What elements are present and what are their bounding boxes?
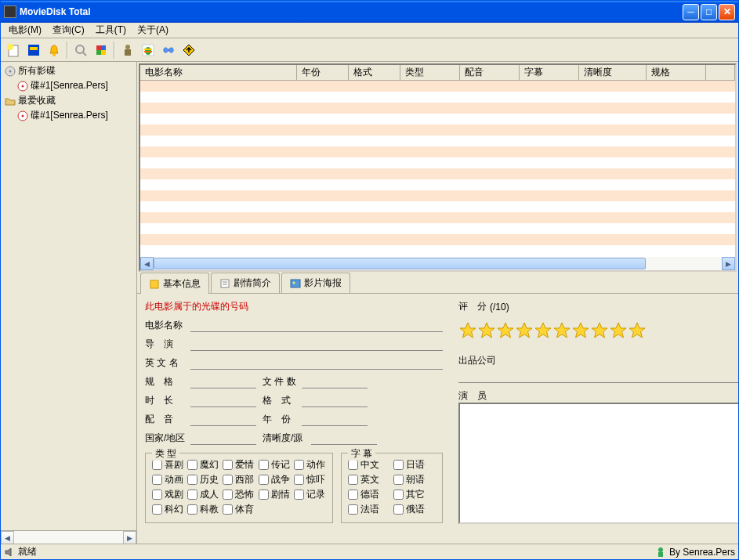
scroll-right-icon[interactable]: ▶ <box>123 531 136 544</box>
table-row[interactable] <box>140 146 735 157</box>
genre-check-input[interactable] <box>152 460 162 470</box>
subtitle-check-input[interactable] <box>348 460 358 470</box>
genre-check-input[interactable] <box>152 490 162 500</box>
menu-movie[interactable]: 电影(M) <box>4 22 46 38</box>
scroll-left-icon[interactable]: ◀ <box>1 531 14 544</box>
tree-favorites[interactable]: 最爱收藏 <box>2 93 135 108</box>
input-clarity[interactable] <box>311 431 377 445</box>
subtitle-check-input[interactable] <box>348 490 358 500</box>
input-duration[interactable] <box>190 393 256 407</box>
genre-check-input[interactable] <box>187 475 197 485</box>
subtitle-checkbox[interactable]: 德语 <box>348 488 390 501</box>
subtitle-checkbox[interactable]: 法语 <box>348 503 390 516</box>
genre-checkbox[interactable]: 战争 <box>259 473 291 486</box>
star-icon[interactable] <box>496 321 515 340</box>
genre-checkbox[interactable]: 动画 <box>152 473 184 486</box>
genre-check-input[interactable] <box>152 504 162 515</box>
toolbar-search-button[interactable] <box>71 41 90 60</box>
subtitle-checkbox[interactable]: 朝语 <box>393 473 436 486</box>
genre-checkbox[interactable]: 科幻 <box>152 503 184 516</box>
table-row[interactable] <box>140 223 735 234</box>
scroll-track[interactable] <box>14 531 123 544</box>
input-year[interactable] <box>302 412 368 426</box>
input-dub[interactable] <box>190 412 256 426</box>
genre-check-input[interactable] <box>152 475 162 485</box>
movie-grid[interactable]: 电影名称 年份 格式 类型 配音 字幕 清晰度 规格 ◀ ▶ <box>139 63 737 272</box>
toolbar-total-button[interactable] <box>24 41 43 60</box>
star-rating[interactable] <box>458 321 738 340</box>
genre-checkbox[interactable]: 剧情 <box>259 488 291 501</box>
col-spec[interactable]: 规格 <box>647 65 706 80</box>
input-eng-name[interactable] <box>190 356 443 370</box>
genre-check-input[interactable] <box>259 475 269 485</box>
input-director[interactable] <box>190 337 443 351</box>
star-icon[interactable] <box>628 321 647 340</box>
genre-check-input[interactable] <box>187 504 197 515</box>
tree-disc-1b[interactable]: 碟#1[Senrea.Pers] <box>2 108 135 123</box>
star-icon[interactable] <box>609 321 628 340</box>
col-dub[interactable]: 配音 <box>460 65 520 80</box>
table-row[interactable] <box>140 92 735 103</box>
toolbar-bell-button[interactable] <box>45 41 63 60</box>
subtitle-checkbox[interactable]: 其它 <box>393 488 436 501</box>
scroll-right-icon[interactable]: ▶ <box>722 257 735 270</box>
subtitle-check-input[interactable] <box>393 504 404 515</box>
genre-check-input[interactable] <box>294 490 304 500</box>
table-row[interactable] <box>140 201 735 212</box>
genre-check-input[interactable] <box>294 475 304 485</box>
col-year[interactable]: 年份 <box>297 65 349 80</box>
menu-about[interactable]: 关于(A) <box>132 22 173 38</box>
genre-check-input[interactable] <box>223 490 233 500</box>
col-sub[interactable]: 字幕 <box>520 65 579 80</box>
input-files[interactable] <box>302 374 368 388</box>
table-row[interactable] <box>140 212 735 223</box>
genre-checkbox[interactable]: 魔幻 <box>187 458 219 471</box>
tab-basic[interactable]: 基本信息 <box>140 273 209 294</box>
genre-checkbox[interactable]: 动作 <box>294 458 326 471</box>
subtitle-check-input[interactable] <box>393 490 404 500</box>
genre-check-input[interactable] <box>223 475 233 485</box>
genre-check-input[interactable] <box>259 460 269 470</box>
tab-poster[interactable]: 影片海报 <box>281 273 350 293</box>
grid-body[interactable] <box>140 81 735 257</box>
star-icon[interactable] <box>515 321 534 340</box>
subtitle-check-input[interactable] <box>393 460 404 470</box>
table-row[interactable] <box>140 114 735 125</box>
subtitle-check-input[interactable] <box>393 475 404 485</box>
input-spec[interactable] <box>190 374 256 388</box>
genre-check-input[interactable] <box>259 490 269 500</box>
genre-checkbox[interactable]: 记录 <box>294 488 326 501</box>
table-row[interactable] <box>140 190 735 201</box>
toolbar-apple-button[interactable] <box>139 41 158 60</box>
scroll-thumb[interactable] <box>154 258 646 269</box>
toolbar-person-button[interactable] <box>118 41 137 60</box>
subtitle-check-input[interactable] <box>348 475 358 485</box>
col-format[interactable]: 格式 <box>349 65 400 80</box>
table-row[interactable] <box>140 179 735 190</box>
genre-check-input[interactable] <box>187 460 197 470</box>
genre-check-input[interactable] <box>187 490 197 500</box>
tree-view[interactable]: 所有影碟 碟#1[Senrea.Pers] 最爱收藏 碟#1[Senrea.Pe… <box>1 62 136 530</box>
close-button[interactable]: ✕ <box>719 4 735 20</box>
star-icon[interactable] <box>552 321 571 340</box>
genre-checkbox[interactable]: 传记 <box>259 458 291 471</box>
subtitle-checkbox[interactable]: 英文 <box>348 473 390 486</box>
input-movie-name[interactable] <box>190 318 443 332</box>
table-row[interactable] <box>140 157 735 168</box>
genre-checkbox[interactable]: 戏剧 <box>152 488 184 501</box>
tree-disc-1a[interactable]: 碟#1[Senrea.Pers] <box>2 78 135 93</box>
genre-check-input[interactable] <box>223 460 233 470</box>
table-row[interactable] <box>140 135 735 146</box>
genre-checkbox[interactable]: 惊吓 <box>294 473 326 486</box>
toolbar-new-button[interactable] <box>4 41 23 60</box>
table-row[interactable] <box>140 81 735 92</box>
input-format[interactable] <box>302 393 368 407</box>
toolbar-sign-button[interactable] <box>179 41 198 60</box>
genre-checkbox[interactable]: 历史 <box>187 473 219 486</box>
scroll-left-icon[interactable]: ◀ <box>140 257 154 270</box>
genre-checkbox[interactable]: 成人 <box>187 488 219 501</box>
genre-checkbox[interactable]: 爱情 <box>223 458 255 471</box>
table-row[interactable] <box>140 125 735 135</box>
subtitle-check-input[interactable] <box>348 504 358 515</box>
table-row[interactable] <box>140 234 735 245</box>
